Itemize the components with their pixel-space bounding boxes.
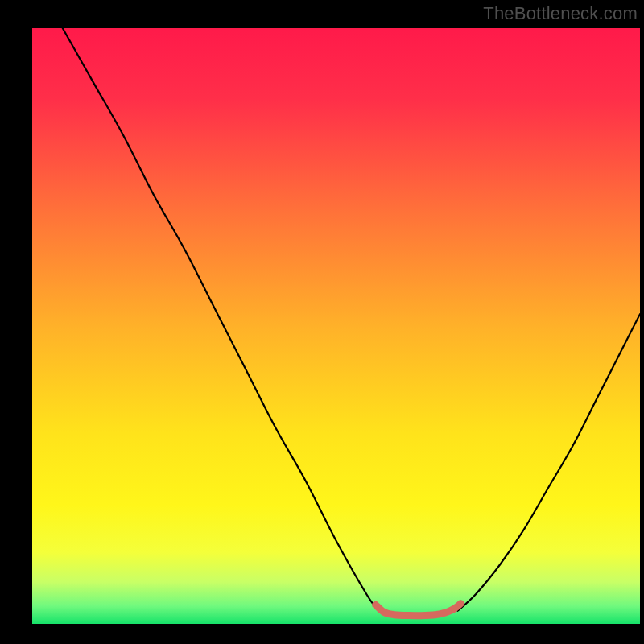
right-curve-path xyxy=(458,314,641,611)
chart-frame: TheBottleneck.com xyxy=(0,0,644,644)
plot-area xyxy=(32,28,640,624)
watermark-text: TheBottleneck.com xyxy=(483,3,638,24)
curve-layer xyxy=(32,28,640,624)
trough-marker-path xyxy=(376,604,461,616)
left-curve-path xyxy=(63,28,379,611)
